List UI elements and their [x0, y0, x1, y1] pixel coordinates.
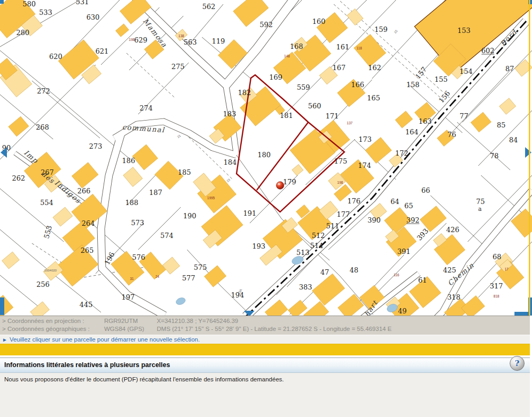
parcel-label: 563	[184, 38, 197, 46]
parcel-label: 511	[326, 222, 340, 230]
parcel-label: 426	[446, 226, 460, 234]
parcel-label: 574	[161, 232, 174, 240]
parcel-label: 592	[260, 21, 273, 29]
parcel-label: 188	[125, 199, 139, 207]
parcel-label: 630	[87, 13, 100, 21]
parcel-label: 155	[435, 75, 448, 83]
parcel-label: 119	[212, 37, 225, 45]
map-container: 5805335316302806206216292752722742682739…	[0, 0, 532, 316]
parcel-label: 168	[290, 42, 303, 50]
building-number-label: 1995	[207, 196, 215, 200]
parcel-label: 153	[458, 27, 471, 35]
parcel-label: 262	[12, 174, 26, 182]
parcel-label: 182	[238, 89, 251, 97]
parcel-label: 47	[320, 268, 330, 276]
parcel-label: 193	[252, 242, 266, 250]
pan-corner-marker[interactable]	[0, 297, 4, 315]
parcel-label: 173	[359, 135, 372, 143]
parcel-label: 629	[134, 36, 148, 44]
parcel-label: 273	[89, 142, 103, 150]
parcel-label: 174	[358, 161, 371, 169]
yellow-divider-bar	[0, 344, 530, 355]
parcel-label: 191	[243, 209, 257, 217]
parcel-label: 577	[182, 274, 196, 282]
parcel-label: 533	[39, 8, 53, 16]
parcel-label: 383	[299, 283, 313, 291]
map-edge-line	[529, 0, 530, 316]
parcel-label: 272	[37, 87, 50, 95]
parcel-label: 77	[460, 112, 469, 120]
parcel-label: 275	[172, 63, 185, 71]
road-arrow-glyph: ↗	[501, 38, 506, 46]
instruction-text: Veuillez cliquer sur une parcelle pour d…	[10, 336, 200, 343]
parcel-label: 573	[131, 219, 145, 227]
parcel-label: 621	[96, 47, 109, 55]
parcel-label: 75	[476, 198, 485, 206]
parcel-label: 445	[80, 301, 93, 309]
status-bars: > Coordonnées en projection : RGR92UTM X…	[0, 316, 530, 417]
coordinates-bar: > Coordonnées en projection : RGR92UTM X…	[0, 316, 530, 335]
parcel-label: 280	[16, 29, 30, 37]
parcel-label: 190	[183, 212, 197, 220]
parcel-label: 187	[149, 189, 163, 197]
parcel-label: 160	[313, 18, 326, 25]
panel-body-text: Nous vous proposons d'éditer le document…	[4, 376, 284, 382]
parcel-label: 61	[418, 276, 427, 284]
parcel-label: 84	[509, 136, 518, 144]
parcel-label: 514	[310, 242, 324, 250]
parcel-label: 185	[178, 168, 191, 176]
instruction-bar: ►Veuillez cliquer sur une parcelle pour …	[0, 335, 530, 344]
parcel-label: 180	[258, 151, 271, 159]
parcel-label: 87	[505, 65, 514, 73]
building-number-label: 198	[129, 38, 135, 41]
parcel-label: 391	[398, 248, 411, 256]
parcel-label: 562	[202, 3, 216, 11]
projection-label: > Coordonnées en projection :	[0, 317, 104, 325]
parcel-label: 256	[37, 280, 50, 288]
parcel-label: 175	[334, 157, 348, 165]
parcel-label: 167	[333, 64, 346, 72]
parcel-label: 559	[297, 83, 310, 91]
parcel-label: 513	[297, 249, 310, 257]
building-number-label: 148	[284, 54, 290, 58]
parcel-label: 392	[407, 216, 420, 224]
parcel-label: 165	[367, 94, 381, 102]
parcel-label: 197	[122, 293, 135, 301]
pan-corner-marker[interactable]	[0, 0, 4, 4]
parcel-label: 158	[407, 81, 420, 89]
building-number-label: 116	[394, 273, 400, 277]
parcel-label: a	[478, 206, 482, 212]
geographic-label: > Coordonnées géographiques :	[0, 325, 104, 333]
building-number-label: 31	[130, 277, 134, 280]
parcel-label: 183	[223, 110, 237, 118]
parcel-label: 163	[419, 117, 432, 125]
parcel-label: 48	[350, 266, 359, 274]
parcel-label: 172	[395, 149, 409, 157]
parcel-label: 171	[326, 112, 339, 120]
parcel-label: 318	[447, 293, 461, 301]
parcel-label: 390	[368, 216, 381, 224]
parcel-label: 176	[348, 197, 361, 205]
cadastre-app: 5805335316302806206216292752722742682739…	[0, 0, 532, 417]
parcel-label: 184	[224, 158, 237, 166]
projection-coordinates-row: > Coordonnées en projection : RGR92UTM X…	[0, 317, 530, 325]
parcel-label: 266	[78, 187, 91, 195]
panel-title: Informations littérales relatives à plus…	[0, 358, 530, 372]
parcel-label: 85	[497, 121, 506, 129]
parcel-label: 66	[421, 186, 430, 194]
parcel-label: 580	[23, 0, 36, 8]
parcel-label: 162	[368, 64, 382, 72]
geographic-dms-value: DMS (21° 17' 15" S - 55° 28' 9" E) - Lat…	[157, 325, 392, 333]
panel-header: Informations littérales relatives à plus…	[0, 358, 530, 373]
marker-highlight	[278, 183, 280, 185]
parcel-label: 154	[460, 67, 473, 75]
building-number-label: 118	[357, 46, 362, 50]
parcel-label: 169	[269, 73, 283, 81]
parcel-label: 166	[351, 81, 365, 89]
parcel-label: 576	[132, 253, 146, 261]
building-number-label: 198	[337, 181, 343, 184]
cadastre-map-viewport[interactable]: 5805335316302806206216292752722742682739…	[0, 0, 532, 316]
panel-body: Nous vous proposons d'éditer le document…	[0, 373, 530, 417]
parcel-label: 317	[490, 282, 503, 290]
help-icon[interactable]: ?	[510, 356, 525, 371]
